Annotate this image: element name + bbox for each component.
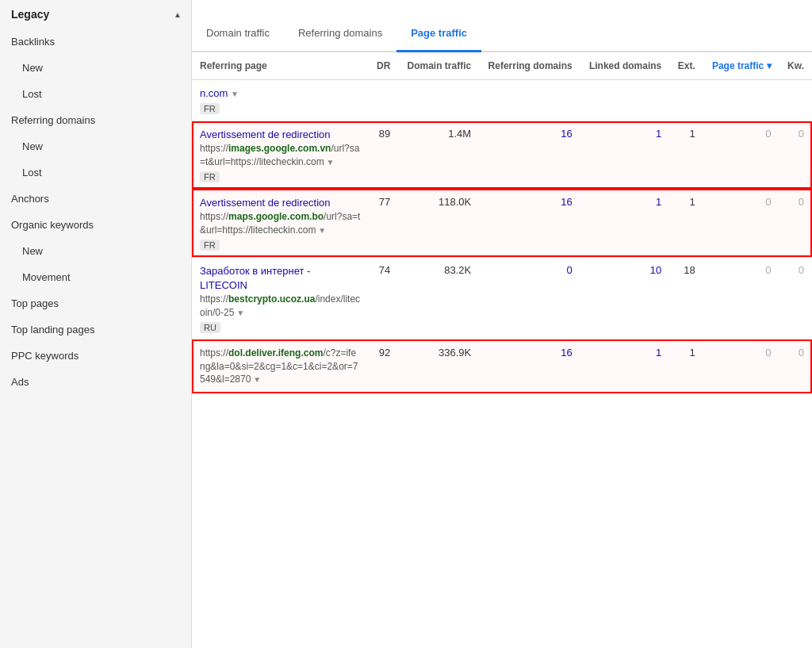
referring-page-cell-3: Заработок в интернет - LITECOINhttps://b… xyxy=(192,257,369,339)
col-header-referring_domains: Referring domains xyxy=(479,52,580,80)
lang-badge-1: FR xyxy=(200,171,220,182)
kw-cell-3: 0 xyxy=(779,257,812,339)
page-traffic-cell-4: 0 xyxy=(703,339,779,393)
linked-domains-cell-3[interactable]: 10 xyxy=(580,257,670,339)
table-row: Avertissement de redirectionhttps://imag… xyxy=(192,121,812,190)
url-dropdown-1[interactable]: ▼ xyxy=(324,158,335,167)
url-dropdown-0[interactable]: ▼ xyxy=(231,90,239,98)
col-header-ext: Ext. xyxy=(669,52,703,80)
tab-bar: Domain trafficReferring domainsPage traf… xyxy=(192,0,812,52)
page-url-2[interactable]: https://maps.google.com.bo/url?sa=t&url=… xyxy=(200,210,361,237)
tab-domain-traffic[interactable]: Domain traffic xyxy=(192,21,284,52)
page-traffic-cell-3: 0 xyxy=(703,257,779,339)
dr-cell-1: 89 xyxy=(369,121,399,190)
backlinks-table: Referring pageDRDomain trafficReferring … xyxy=(192,52,812,393)
sidebar-item-backlinks[interactable]: Backlinks xyxy=(0,29,191,55)
tabs-container: Domain trafficReferring domainsPage traf… xyxy=(192,0,481,51)
sidebar-item-top-landing-pages[interactable]: Top landing pages xyxy=(0,316,191,343)
table-row: Заработок в интернет - LITECOINhttps://b… xyxy=(192,257,812,339)
page-url-4[interactable]: https://dol.deliver.ifeng.com/c?z=ifeng&… xyxy=(200,347,361,386)
referring-page-cell-0: n.com ▼FR xyxy=(192,80,812,121)
ext-cell-3: 18 xyxy=(669,257,703,339)
col-header-page_traffic: Page traffic ▾ xyxy=(703,52,779,80)
sidebar-item-referring-domains[interactable]: Referring domains xyxy=(0,107,191,133)
col-header-dr: DR xyxy=(369,52,399,80)
referring-page-cell-2: Avertissement de redirectionhttps://maps… xyxy=(192,189,369,257)
url-dropdown-3[interactable]: ▼ xyxy=(234,309,244,317)
domain-traffic-cell-2: 118.0K xyxy=(398,189,479,257)
referring-domains-cell-4[interactable]: 16 xyxy=(479,339,580,393)
page-title-0[interactable]: n.com ▼ xyxy=(200,86,804,101)
table-area: Referring pageDRDomain trafficReferring … xyxy=(192,52,812,648)
dr-cell-3: 74 xyxy=(369,257,399,339)
linked-domains-cell-2[interactable]: 1 xyxy=(580,189,670,257)
kw-cell-2: 0 xyxy=(779,189,812,257)
lang-badge-2: FR xyxy=(200,240,220,251)
col-header-referring_page: Referring page xyxy=(192,52,369,80)
page-url-3[interactable]: https://bestcrypto.ucoz.ua/index/litecoi… xyxy=(200,293,361,320)
domain-traffic-cell-3: 83.2K xyxy=(398,257,479,339)
ext-cell-1: 1 xyxy=(669,121,703,190)
sidebar-collapse-arrow: ▲ xyxy=(174,10,182,19)
kw-cell-1: 0 xyxy=(779,121,812,190)
col-header-domain_traffic: Domain traffic xyxy=(398,52,479,80)
sidebar-item-top-pages[interactable]: Top pages xyxy=(0,290,191,316)
page-title-3[interactable]: Заработок в интернет - LITECOIN xyxy=(200,264,361,293)
url-dropdown-2[interactable]: ▼ xyxy=(316,226,326,235)
referring-page-cell-1: Avertissement de redirectionhttps://imag… xyxy=(192,121,369,190)
referring-domains-cell-1[interactable]: 16 xyxy=(479,121,580,190)
sidebar-item-organic-keywords[interactable]: Organic keywords xyxy=(0,212,191,238)
page-traffic-cell-1: 0 xyxy=(703,121,779,190)
page-traffic-cell-2: 0 xyxy=(703,189,779,257)
kw-cell-4: 0 xyxy=(779,339,812,393)
url-dropdown-4[interactable]: ▼ xyxy=(251,375,261,384)
col-header-kw: Kw. xyxy=(779,52,812,80)
sidebar: Legacy ▲ BacklinksNewLostReferring domai… xyxy=(0,0,192,648)
domain-traffic-cell-4: 336.9K xyxy=(398,339,479,393)
page-title-2[interactable]: Avertissement de redirection xyxy=(200,196,361,210)
sidebar-items-container: BacklinksNewLostReferring domainsNewLost… xyxy=(0,29,191,395)
lang-badge-3: RU xyxy=(200,322,220,333)
sidebar-item-ads[interactable]: Ads xyxy=(0,369,191,395)
sidebar-item-anchors[interactable]: Anchors xyxy=(0,186,191,212)
table-row: n.com ▼FR xyxy=(192,80,812,121)
sidebar-item-backlinks-lost[interactable]: Lost xyxy=(0,81,191,107)
linked-domains-cell-4[interactable]: 1 xyxy=(580,339,670,393)
domain-traffic-cell-1: 1.4M xyxy=(398,121,479,190)
sidebar-item-organic-keywords-movement[interactable]: Movement xyxy=(0,264,191,290)
dr-cell-4: 92 xyxy=(369,339,399,393)
main-content: Domain trafficReferring domainsPage traf… xyxy=(192,0,812,648)
referring-domains-cell-3[interactable]: 0 xyxy=(479,257,580,339)
dr-cell-2: 77 xyxy=(369,189,399,257)
sidebar-section-legacy[interactable]: Legacy ▲ xyxy=(0,0,191,29)
page-url-1[interactable]: https://images.google.com.vn/url?sa=t&ur… xyxy=(200,142,361,169)
table-body: n.com ▼FRAvertissement de redirectionhtt… xyxy=(192,80,812,393)
sidebar-section-label: Legacy xyxy=(11,8,49,21)
sidebar-item-organic-keywords-new[interactable]: New xyxy=(0,238,191,264)
tab-page-traffic[interactable]: Page traffic xyxy=(396,21,481,52)
lang-badge-0: FR xyxy=(200,103,220,114)
table-row: https://dol.deliver.ifeng.com/c?z=ifeng&… xyxy=(192,339,812,393)
col-header-linked_domains: Linked domains xyxy=(580,52,670,80)
table-row: Avertissement de redirectionhttps://maps… xyxy=(192,189,812,257)
page-title-1[interactable]: Avertissement de redirection xyxy=(200,128,361,142)
referring-domains-cell-2[interactable]: 16 xyxy=(479,189,580,257)
tab-referring-domains-tab[interactable]: Referring domains xyxy=(284,21,396,52)
sidebar-item-backlinks-new[interactable]: New xyxy=(0,55,191,81)
referring-page-cell-4: https://dol.deliver.ifeng.com/c?z=ifeng&… xyxy=(192,339,369,393)
sidebar-item-ppc-keywords[interactable]: PPC keywords xyxy=(0,343,191,369)
sidebar-item-referring-domains-lost[interactable]: Lost xyxy=(0,159,191,186)
ext-cell-2: 1 xyxy=(669,189,703,257)
table-header: Referring pageDRDomain trafficReferring … xyxy=(192,52,812,80)
linked-domains-cell-1[interactable]: 1 xyxy=(580,121,670,190)
sidebar-item-referring-domains-new[interactable]: New xyxy=(0,133,191,159)
ext-cell-4: 1 xyxy=(669,339,703,393)
